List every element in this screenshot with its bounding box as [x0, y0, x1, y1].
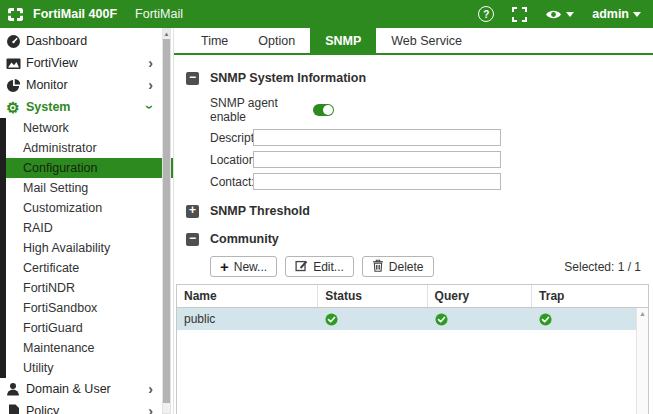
sidebar-item-fortindr[interactable]: FortiNDR	[6, 278, 173, 298]
column-header-query[interactable]: Query	[428, 285, 533, 307]
area-chart-icon	[5, 56, 21, 71]
tab-bar: Time Option SNMP Web Service	[174, 28, 653, 55]
gauge-icon	[5, 34, 21, 49]
eye-icon	[545, 9, 562, 20]
new-button[interactable]: + New...	[210, 256, 277, 277]
sidebar-item-certificate[interactable]: Certificate	[6, 258, 173, 278]
chevron-right-icon: ›	[148, 56, 153, 70]
system-submenu: Network Administrator Configuration Mail…	[0, 118, 173, 378]
column-header-name[interactable]: Name	[177, 285, 318, 307]
main-content: − SNMP System Information SNMP agent ena…	[174, 57, 653, 414]
description-label: Description:	[210, 131, 253, 145]
chevron-right-icon: ›	[148, 404, 153, 414]
cell-trap	[532, 313, 636, 326]
sidebar-item-fortisandbox[interactable]: FortiSandbox	[6, 298, 173, 318]
sidebar-item-system[interactable]: ⚙ System ›	[0, 96, 173, 118]
table-scrollbar[interactable]: ▲ ▼	[636, 308, 648, 414]
device-model: FortiMail 400F	[33, 7, 117, 21]
community-table: Name Status Query Trap public ▲ ▼	[176, 284, 649, 414]
sidebar-item-policy[interactable]: Policy ›	[0, 400, 173, 414]
sidebar: Dashboard FortiView › Monitor › ⚙ System…	[0, 28, 174, 414]
user-icon	[5, 382, 21, 396]
trash-icon	[372, 259, 384, 275]
tab-option[interactable]: Option	[243, 28, 310, 53]
scroll-up-icon[interactable]: ▲	[163, 29, 170, 38]
chevron-down-icon: ›	[144, 105, 158, 110]
check-circle-icon	[325, 313, 338, 326]
expand-icon[interactable]: +	[186, 205, 199, 218]
collapse-icon[interactable]: −	[186, 233, 199, 246]
table-body: public ▲ ▼	[177, 308, 648, 414]
sidebar-item-raid[interactable]: RAID	[6, 218, 173, 238]
sidebar-item-high-availability[interactable]: High Availability	[6, 238, 173, 258]
column-header-trap[interactable]: Trap	[532, 285, 648, 307]
section-title: SNMP Threshold	[210, 204, 310, 218]
pie-chart-icon	[5, 78, 21, 93]
location-input[interactable]	[253, 151, 501, 168]
edit-icon	[295, 259, 308, 275]
sidebar-scrollbar[interactable]: ▲	[162, 28, 171, 414]
sidebar-item-configuration[interactable]: Configuration	[6, 158, 173, 178]
selected-count: Selected: 1 / 1	[564, 260, 641, 274]
section-snmp-threshold[interactable]: + SNMP Threshold	[186, 204, 653, 218]
collapse-icon[interactable]: −	[186, 72, 199, 85]
table-row[interactable]: public	[177, 308, 648, 330]
sidebar-item-maintenance[interactable]: Maintenance	[6, 338, 173, 358]
tab-time[interactable]: Time	[186, 28, 243, 53]
user-menu[interactable]: admin	[592, 7, 641, 21]
cell-query	[428, 313, 533, 326]
edit-button[interactable]: Edit...	[285, 256, 354, 277]
sidebar-item-monitor[interactable]: Monitor ›	[0, 74, 173, 96]
product-name: FortiMail	[135, 7, 183, 21]
delete-button[interactable]: Delete	[362, 256, 434, 277]
contact-label: Contact:	[210, 175, 253, 189]
contact-input[interactable]	[253, 173, 501, 190]
help-icon[interactable]: ?	[478, 6, 494, 22]
sidebar-item-dashboard[interactable]: Dashboard	[0, 30, 173, 52]
document-icon	[5, 404, 21, 414]
scrollbar-thumb[interactable]	[163, 39, 170, 403]
column-header-status[interactable]: Status	[318, 285, 427, 307]
fullscreen-icon[interactable]	[512, 7, 527, 22]
chevron-right-icon: ›	[148, 78, 153, 92]
table-header: Name Status Query Trap	[177, 285, 648, 308]
sidebar-item-fortiguard[interactable]: FortiGuard	[6, 318, 173, 338]
fortinet-logo-icon	[8, 8, 23, 21]
snmp-agent-enable-label: SNMP agent enable	[210, 96, 313, 124]
scroll-up-icon[interactable]: ▲	[639, 310, 646, 317]
cell-name: public	[177, 312, 318, 326]
section-snmp-system-information[interactable]: − SNMP System Information	[186, 71, 653, 85]
tab-web-service[interactable]: Web Service	[376, 28, 477, 53]
tab-snmp[interactable]: SNMP	[310, 28, 376, 53]
chevron-right-icon: ›	[148, 382, 153, 396]
community-toolbar: + New... Edit... Delete Selected: 1 / 1	[210, 256, 641, 277]
section-title: Community	[210, 232, 279, 246]
gear-icon: ⚙	[5, 100, 21, 115]
chevron-down-icon	[566, 12, 574, 17]
sidebar-item-fortiview[interactable]: FortiView ›	[0, 52, 173, 74]
sidebar-item-network[interactable]: Network	[6, 118, 173, 138]
description-input[interactable]	[253, 129, 501, 146]
top-bar: FortiMail 400F FortiMail ? admin	[0, 0, 653, 28]
section-community[interactable]: − Community	[186, 232, 653, 246]
sidebar-item-domain-user[interactable]: Domain & User ›	[0, 378, 173, 400]
check-circle-icon	[539, 313, 552, 326]
section-title: SNMP System Information	[210, 71, 366, 85]
plus-icon: +	[220, 259, 229, 274]
snmp-agent-toggle[interactable]	[313, 104, 334, 116]
sidebar-item-utility[interactable]: Utility	[6, 358, 173, 378]
visibility-menu[interactable]	[545, 9, 574, 20]
sidebar-item-administrator[interactable]: Administrator	[6, 138, 173, 158]
sidebar-item-mail-setting[interactable]: Mail Setting	[6, 178, 173, 198]
cell-status	[318, 313, 427, 326]
location-label: Location:	[210, 153, 253, 167]
sidebar-item-customization[interactable]: Customization	[6, 198, 173, 218]
check-circle-icon	[435, 313, 448, 326]
chevron-down-icon	[633, 12, 641, 17]
